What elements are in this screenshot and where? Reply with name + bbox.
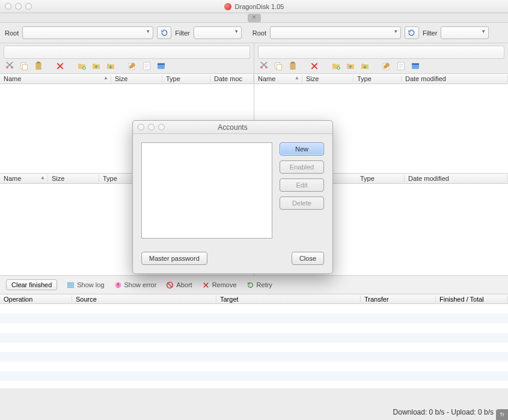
- col-transfer[interactable]: Transfer: [361, 296, 436, 303]
- svg-rect-12: [291, 62, 294, 64]
- table-row: [0, 352, 508, 362]
- show-log-toggle[interactable]: Show log: [67, 281, 104, 289]
- col-size[interactable]: Size: [111, 75, 162, 82]
- col-finished[interactable]: Finished / Total: [436, 296, 508, 303]
- clear-finished-button[interactable]: Clear finished: [6, 279, 57, 290]
- col-name[interactable]: Name▲: [0, 175, 48, 182]
- tab-bar: ×: [0, 13, 508, 23]
- table-row: [0, 371, 508, 381]
- svg-rect-11: [290, 62, 295, 70]
- copy-icon[interactable]: [274, 61, 283, 71]
- abort-icon: [166, 281, 174, 289]
- address-bar-right[interactable]: [258, 46, 504, 59]
- delete-icon[interactable]: [55, 61, 65, 71]
- master-password-button[interactable]: Master password: [141, 252, 207, 265]
- dialog-minimize-icon[interactable]: [148, 124, 155, 130]
- paste-icon[interactable]: [34, 61, 43, 71]
- col-type[interactable]: Type: [357, 175, 405, 182]
- view-icon[interactable]: [411, 61, 420, 71]
- copy-icon[interactable]: [19, 61, 29, 71]
- root-select-right[interactable]: [270, 26, 401, 39]
- new-folder-icon[interactable]: [331, 61, 341, 71]
- log-icon: [67, 281, 75, 289]
- table-row: [0, 342, 508, 352]
- col-target[interactable]: Target: [216, 296, 361, 303]
- list-header-left-upper[interactable]: Name▲ Size Type Date moc: [0, 73, 254, 84]
- log-body[interactable]: [0, 304, 508, 388]
- cut-icon[interactable]: [5, 61, 14, 71]
- col-name[interactable]: Name▲: [0, 75, 111, 82]
- refresh-icon: [161, 29, 168, 37]
- cut-icon[interactable]: [259, 61, 269, 71]
- root-label-right: Root: [252, 29, 266, 37]
- col-type[interactable]: Type: [353, 75, 402, 82]
- svg-rect-1: [22, 64, 27, 70]
- rename-icon[interactable]: [382, 61, 391, 71]
- list-header-right-upper[interactable]: Name▲ Size Type Date modified: [254, 73, 508, 84]
- main-titlebar: DragonDisk 1.05: [0, 0, 508, 13]
- refresh-button-left[interactable]: [157, 26, 171, 39]
- table-row: [0, 314, 508, 323]
- refresh-icon: [408, 29, 415, 37]
- show-error-toggle[interactable]: Show error: [114, 281, 157, 289]
- enabled-button: Enabled: [280, 160, 324, 174]
- col-date[interactable]: Date modified: [405, 175, 508, 182]
- table-row: [0, 362, 508, 371]
- accounts-list[interactable]: [141, 142, 272, 239]
- view-icon[interactable]: [156, 61, 166, 71]
- root-select-left[interactable]: [22, 26, 153, 39]
- filter-label-right: Filter: [423, 29, 437, 37]
- filter-select-left[interactable]: [194, 26, 242, 39]
- table-row: [0, 333, 508, 342]
- download-icon[interactable]: [106, 61, 115, 71]
- abort-button[interactable]: Abort: [166, 281, 192, 289]
- col-size[interactable]: Size: [302, 75, 353, 82]
- col-name[interactable]: Name▲: [254, 75, 302, 82]
- zoom-window-icon[interactable]: [25, 3, 32, 10]
- svg-rect-17: [412, 63, 419, 65]
- col-type[interactable]: Type: [162, 75, 210, 82]
- col-source[interactable]: Source: [72, 296, 216, 303]
- table-row: [0, 304, 508, 314]
- window-title: DragonDisk 1.05: [224, 3, 284, 10]
- rename-icon[interactable]: [127, 61, 137, 71]
- traffic-lights: [0, 3, 32, 10]
- properties-icon[interactable]: [396, 61, 406, 71]
- remove-button[interactable]: Remove: [202, 281, 237, 289]
- nav-row: Root Filter Root Filter: [0, 23, 508, 43]
- properties-icon[interactable]: [142, 61, 151, 71]
- refresh-button-right[interactable]: [405, 26, 419, 39]
- col-date[interactable]: Date moc: [210, 75, 254, 82]
- dialog-titlebar: Accounts: [133, 121, 332, 134]
- upload-icon[interactable]: [91, 61, 101, 71]
- tab-close-icon[interactable]: ×: [248, 14, 261, 22]
- error-icon: [114, 281, 122, 289]
- close-window-icon[interactable]: [5, 3, 11, 10]
- col-size[interactable]: Size: [48, 175, 99, 182]
- log-header[interactable]: Operation Source Target Transfer Finishe…: [0, 294, 508, 304]
- svg-rect-8: [158, 63, 165, 65]
- dialog-title: Accounts: [218, 123, 247, 132]
- svg-rect-18: [68, 282, 74, 288]
- dialog-close-icon[interactable]: [138, 124, 144, 130]
- minimize-window-icon[interactable]: [15, 3, 22, 10]
- col-date[interactable]: Date modified: [402, 75, 508, 82]
- retry-button[interactable]: Retry: [246, 281, 272, 289]
- paste-icon[interactable]: [288, 61, 298, 71]
- new-account-button[interactable]: New: [280, 142, 324, 156]
- edit-button: Edit: [280, 178, 324, 192]
- dialog-zoom-icon[interactable]: [158, 124, 165, 130]
- close-dialog-button[interactable]: Close: [292, 252, 324, 265]
- root-label-left: Root: [5, 29, 19, 37]
- new-folder-icon[interactable]: [77, 61, 87, 71]
- filter-select-right[interactable]: [441, 26, 489, 39]
- resize-corner[interactable]: Tr: [496, 409, 508, 420]
- address-bar-left[interactable]: [4, 46, 250, 59]
- download-icon[interactable]: [360, 61, 370, 71]
- col-operation[interactable]: Operation: [0, 296, 72, 303]
- delete-button: Delete: [280, 196, 324, 210]
- status-bar: Download: 0 b/s - Upload: 0 b/s: [393, 408, 494, 416]
- accounts-dialog: Accounts New Enabled Edit Delete Master …: [132, 120, 333, 274]
- delete-icon[interactable]: [310, 61, 319, 71]
- upload-icon[interactable]: [346, 61, 355, 71]
